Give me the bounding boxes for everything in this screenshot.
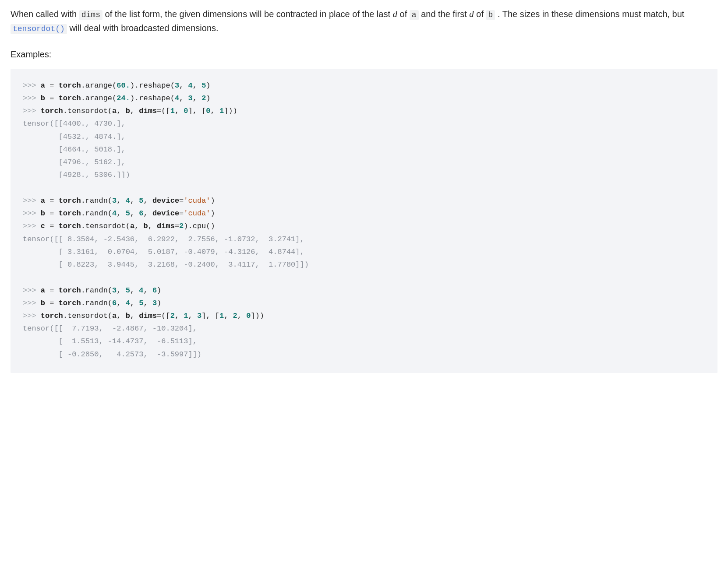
dims-inline-code: dims: [79, 10, 102, 20]
code-module: torch: [59, 222, 81, 230]
code-punct: ,: [179, 94, 188, 102]
code-num: 2: [170, 312, 175, 320]
code-num: 0: [246, 312, 251, 320]
code-num: 4: [175, 94, 179, 102]
code-punct: ,: [117, 209, 125, 218]
code-output: [4532., 4874.],: [23, 133, 126, 141]
code-punct: ,: [130, 312, 139, 320]
repl-prompt: >>>: [23, 209, 41, 218]
code-module: torch: [41, 312, 63, 320]
code-str: 'cuda': [184, 209, 210, 218]
code-punct: .: [81, 94, 85, 102]
code-punct: ): [157, 286, 161, 295]
page-content: When called with dims of the list form, …: [0, 0, 728, 391]
code-punct: ): [211, 197, 215, 205]
code-punct: ,: [143, 209, 152, 218]
code-output: [ 3.3161, 0.0704, 5.0187, -0.4079, -4.31…: [23, 248, 304, 256]
code-punct: ,: [193, 107, 201, 115]
code-op: =: [49, 81, 58, 90]
code-module: torch: [59, 299, 81, 307]
code-punct: .: [81, 81, 85, 90]
code-func: cpu: [193, 222, 206, 230]
code-kwarg: dims: [139, 107, 157, 115]
code-func: arange: [85, 81, 112, 90]
code-func: randn: [85, 299, 108, 307]
code-arg: a: [112, 107, 117, 115]
code-punct: ,: [148, 222, 157, 230]
examples-label: Examples:: [11, 48, 717, 61]
code-num: 3: [112, 197, 117, 205]
code-op: =: [175, 222, 179, 230]
code-num: 6: [152, 286, 157, 295]
desc-text-mid3: and the first: [419, 9, 470, 19]
code-num: 3: [188, 94, 193, 102]
code-punct: ,: [117, 312, 125, 320]
code-module: torch: [59, 209, 81, 218]
code-var: c: [41, 222, 49, 230]
code-num: 5: [139, 197, 143, 205]
code-punct: (: [108, 312, 112, 320]
code-punct: ): [130, 94, 134, 102]
code-func: arange: [85, 94, 112, 102]
code-punct: .: [81, 286, 85, 295]
code-punct: .: [134, 94, 139, 102]
code-punct: ): [206, 94, 210, 102]
code-punct: ): [228, 107, 233, 115]
code-num: 2: [233, 312, 237, 320]
code-punct: .: [81, 197, 85, 205]
code-punct: (: [108, 209, 112, 218]
code-num: 4: [126, 299, 130, 307]
code-punct: [: [166, 107, 170, 115]
code-punct: ,: [117, 197, 125, 205]
desc-text-tail: will deal with broadcasted dimensions.: [67, 23, 219, 33]
code-punct: ]: [188, 107, 193, 115]
code-output: [ -0.2850, 4.2573, -3.5997]]): [23, 350, 201, 359]
code-punct: ,: [130, 299, 139, 307]
code-num: 6: [112, 299, 117, 307]
code-num: 2: [179, 222, 184, 230]
code-func: tensordot: [85, 222, 126, 230]
code-op: =: [49, 299, 58, 307]
code-arg: b: [126, 107, 130, 115]
code-punct: (: [108, 286, 112, 295]
code-punct: ,: [179, 81, 188, 90]
code-num: 0: [206, 107, 210, 115]
code-punct: ,: [143, 299, 152, 307]
code-num: 4: [139, 286, 143, 295]
code-num: 3: [112, 286, 117, 295]
code-punct: ,: [143, 197, 152, 205]
code-output: tensor([[4400., 4730.],: [23, 120, 126, 128]
tensordot-link[interactable]: tensordot(): [11, 24, 67, 34]
code-punct: ,: [130, 286, 139, 295]
code-arg: a: [130, 222, 134, 230]
code-punct: ,: [193, 81, 201, 90]
code-num: 1: [170, 107, 175, 115]
code-num: 3: [197, 312, 201, 320]
code-func: randn: [85, 197, 108, 205]
code-var: b: [41, 299, 49, 307]
code-output: [4796., 5162.],: [23, 158, 126, 166]
code-num: 4: [126, 197, 130, 205]
code-punct: ,: [117, 299, 125, 307]
code-num: 0: [184, 107, 188, 115]
repl-prompt: >>>: [23, 299, 41, 307]
code-var: a: [41, 197, 49, 205]
code-func: reshape: [139, 81, 170, 90]
code-op: =: [157, 107, 161, 115]
code-kwarg: dims: [139, 312, 157, 320]
repl-prompt: >>>: [23, 222, 41, 230]
code-module: torch: [59, 94, 81, 102]
code-punct: (: [170, 94, 175, 102]
code-num: 24.: [117, 94, 130, 102]
code-punct: [: [215, 312, 219, 320]
code-num: 1: [184, 312, 188, 320]
code-num: 5: [201, 81, 206, 90]
code-var: b: [41, 209, 49, 218]
code-punct: ): [157, 299, 161, 307]
code-num: 5: [126, 286, 130, 295]
code-punct: ): [260, 312, 264, 320]
code-op: =: [49, 222, 58, 230]
code-str: 'cuda': [184, 197, 210, 205]
code-func: tensordot: [67, 312, 108, 320]
code-punct: ,: [130, 209, 139, 218]
